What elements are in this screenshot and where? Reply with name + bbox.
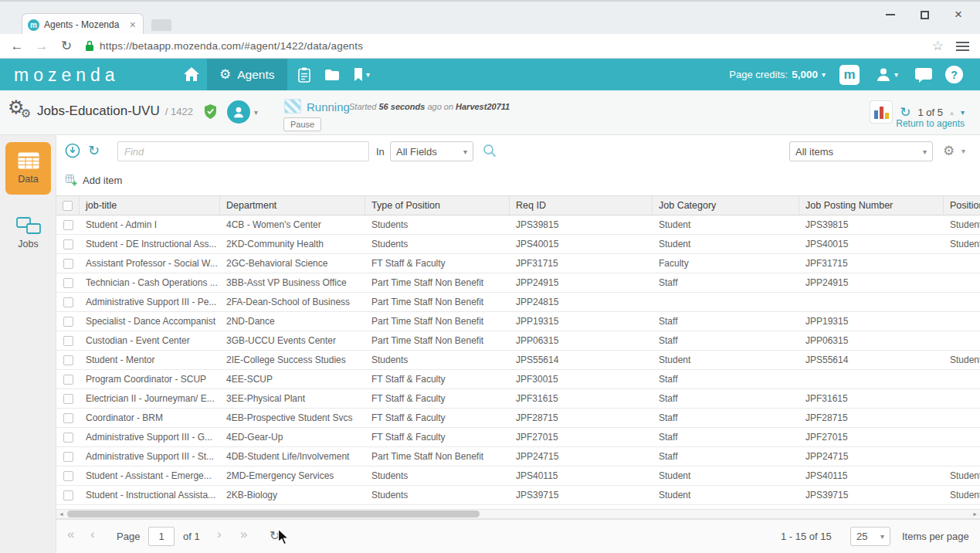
- table-row[interactable]: Assistant Professor - Social W...2GC-Beh…: [56, 254, 980, 273]
- page-number-input[interactable]: [148, 527, 175, 546]
- table-cell: Student: [944, 466, 980, 485]
- folder-icon[interactable]: [324, 69, 340, 81]
- new-tab-button[interactable]: [151, 19, 171, 31]
- row-checkbox[interactable]: [63, 433, 73, 443]
- row-checkbox[interactable]: [63, 336, 73, 346]
- table-row[interactable]: Custodian - Event Center3GB-UCCU Events …: [56, 331, 980, 351]
- table-row[interactable]: Administrative Support III - G...4ED-Gea…: [56, 428, 980, 447]
- home-icon[interactable]: [184, 67, 199, 81]
- return-to-agents-link[interactable]: Return to agents: [896, 118, 965, 129]
- next-page-button[interactable]: ›: [217, 527, 222, 542]
- tab-agents[interactable]: ⚙ Agents: [207, 59, 287, 90]
- window-minimize-button[interactable]: [873, 5, 907, 25]
- horizontal-scrollbar[interactable]: ◂ ▸: [56, 509, 980, 519]
- find-input[interactable]: [117, 141, 369, 161]
- row-checkbox[interactable]: [63, 259, 73, 269]
- page-credits[interactable]: Page credits: 5,000 ▾: [729, 69, 826, 80]
- table-cell: Students: [365, 235, 510, 253]
- window-maximize-button[interactable]: [907, 5, 941, 25]
- column-header[interactable]: Department: [220, 196, 365, 215]
- add-item-button[interactable]: Add item: [66, 175, 122, 186]
- row-checkbox[interactable]: [63, 471, 73, 481]
- scroll-right-icon[interactable]: ▸: [970, 510, 980, 518]
- table-cell: Staff: [653, 370, 799, 388]
- fields-select[interactable]: All Fields ▾: [390, 141, 473, 161]
- row-checkbox[interactable]: [63, 490, 73, 500]
- row-checkbox[interactable]: [63, 278, 73, 288]
- row-checkbox[interactable]: [63, 355, 73, 365]
- select-all-checkbox[interactable]: [63, 201, 73, 211]
- agent-avatar-menu[interactable]: ▾: [227, 100, 258, 124]
- table-row[interactable]: Student - Instructional Assista...2KB-Bi…: [56, 486, 980, 505]
- prev-page-button[interactable]: ‹: [90, 527, 95, 542]
- chart-icon[interactable]: [870, 100, 893, 124]
- scrollbar-thumb[interactable]: [67, 511, 480, 517]
- prev-agent-icon[interactable]: ▴: [950, 108, 954, 117]
- table-row[interactable]: Technician - Cash Operations ...3BB-Asst…: [56, 273, 980, 293]
- mozenda-m-icon[interactable]: m: [839, 65, 860, 85]
- table-row[interactable]: Program Coordinator - SCUP4EE-SCUPFT Sta…: [56, 370, 980, 389]
- first-page-button[interactable]: «: [67, 527, 74, 542]
- row-checkbox[interactable]: [63, 413, 73, 423]
- items-per-page-select[interactable]: 25 ▾: [850, 527, 890, 546]
- tab-close-icon[interactable]: ×: [128, 19, 137, 31]
- table-row[interactable]: Coordinator - BRM4EB-Prospective Student…: [56, 409, 980, 428]
- next-agent-icon[interactable]: ▾: [961, 108, 965, 117]
- column-header[interactable]: Job Category: [653, 196, 799, 215]
- table-row[interactable]: Administrative Support III - St...4DB-St…: [56, 447, 980, 466]
- row-checkbox[interactable]: [63, 220, 73, 230]
- search-icon[interactable]: [483, 144, 497, 158]
- back-icon[interactable]: ←: [9, 39, 25, 54]
- table-row[interactable]: Specialist - Dance Accompanist2ND-DanceP…: [56, 312, 980, 331]
- sidebar-item-data[interactable]: Data: [5, 142, 51, 195]
- table-cell: Staff: [653, 409, 799, 427]
- agent-settings-icon[interactable]: ⚙ ⚙: [8, 97, 36, 127]
- column-header[interactable]: Position: [944, 196, 980, 215]
- row-checkbox[interactable]: [63, 452, 73, 462]
- collections-icon[interactable]: [298, 67, 310, 83]
- row-checkbox[interactable]: [63, 317, 73, 327]
- column-header[interactable]: Job Posting Number: [799, 196, 944, 215]
- download-icon[interactable]: [65, 143, 80, 158]
- chevron-down-icon[interactable]: ▾: [961, 147, 965, 155]
- url-bar[interactable]: https://betaapp.mozenda.com/#agent/1422/…: [85, 37, 921, 56]
- table-row[interactable]: Student - DE Instructional Ass...2KD-Com…: [56, 235, 980, 254]
- row-checkbox[interactable]: [63, 297, 73, 307]
- row-checkbox[interactable]: [63, 394, 73, 404]
- column-header[interactable]: job-title: [80, 196, 220, 215]
- browser-menu-icon[interactable]: [956, 42, 969, 51]
- table-cell: [944, 293, 980, 311]
- bookmark-star-icon[interactable]: ☆: [932, 38, 944, 54]
- refresh-data-icon[interactable]: ↻: [88, 142, 100, 159]
- mozenda-logo[interactable]: mozenda: [14, 65, 120, 86]
- pause-button[interactable]: Pause: [283, 117, 321, 131]
- table-cell: Student - Instructional Assista...: [80, 486, 220, 504]
- table-row[interactable]: Administrative Support III - Pe...2FA-De…: [56, 293, 980, 312]
- last-page-button[interactable]: »: [240, 527, 247, 542]
- table-row[interactable]: Electrician II - Journeyman/ E...3EE-Phy…: [56, 389, 980, 409]
- user-menu[interactable]: ▾: [876, 66, 898, 82]
- help-icon[interactable]: ?: [945, 66, 963, 83]
- table-row[interactable]: Student - Admin I4CB - Women's CenterStu…: [56, 215, 980, 235]
- row-checkbox[interactable]: [63, 375, 73, 385]
- items-filter-select[interactable]: All items ▾: [789, 141, 933, 161]
- sidebar-item-jobs[interactable]: Jobs: [0, 206, 56, 260]
- column-header[interactable]: Req ID: [510, 196, 653, 215]
- table-cell: Specialist - Dance Accompanist: [80, 312, 220, 331]
- chat-icon[interactable]: [915, 68, 932, 83]
- browser-tab[interactable]: m Agents - Mozenda ×: [22, 13, 144, 36]
- forward-icon[interactable]: →: [34, 39, 49, 54]
- table-cell: JPP24915: [799, 273, 944, 292]
- window-close-button[interactable]: ×: [941, 5, 975, 25]
- row-checkbox[interactable]: [63, 239, 73, 249]
- bookmark-menu[interactable]: ▾: [354, 68, 370, 82]
- row-checkbox-cell: [56, 235, 80, 253]
- table-row[interactable]: Student - Assistant - Emerge...2MD-Emerg…: [56, 466, 980, 486]
- reload-icon[interactable]: ↻: [59, 38, 74, 54]
- agent-number: / 1422: [165, 106, 193, 117]
- view-settings-gear-icon[interactable]: ⚙: [943, 143, 955, 159]
- started-time: 56 seconds: [378, 102, 425, 111]
- column-header[interactable]: Type of Position: [365, 196, 510, 215]
- scroll-left-icon[interactable]: ◂: [56, 510, 66, 518]
- table-row[interactable]: Student - Mentor2IE-College Success Stud…: [56, 351, 980, 370]
